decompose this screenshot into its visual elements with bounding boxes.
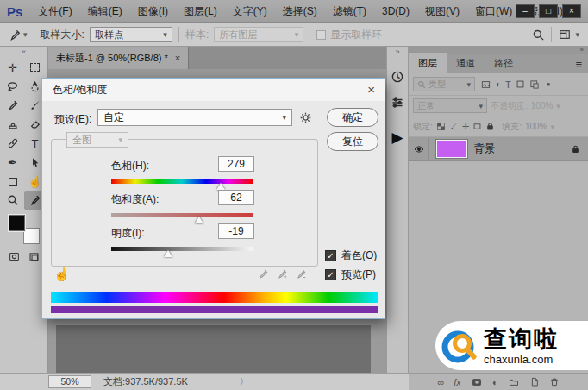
filter-toggle-dot[interactable]: ● bbox=[547, 80, 551, 88]
subtract-sample-eyedropper-icon bbox=[296, 268, 307, 280]
pen-tool[interactable]: ✒ bbox=[2, 153, 24, 172]
document-tab[interactable]: 未标题-1 @ 50%(RGB/8) * × bbox=[48, 47, 189, 69]
delete-layer-icon[interactable] bbox=[549, 376, 560, 387]
history-panel-icon[interactable] bbox=[391, 70, 404, 84]
filter-type-dropdown[interactable]: 类型 ▾ bbox=[413, 77, 475, 91]
background-color-swatch[interactable] bbox=[23, 228, 40, 244]
menu-file[interactable]: 文件(F) bbox=[31, 2, 78, 22]
ok-button[interactable]: 确定 bbox=[327, 108, 378, 127]
add-mask-icon[interactable] bbox=[471, 377, 483, 387]
photoshop-logo: Ps bbox=[7, 4, 22, 19]
lightness-slider[interactable] bbox=[111, 247, 253, 251]
search-icon[interactable] bbox=[532, 28, 545, 41]
dialog-titlebar[interactable]: 色相/饱和度 bbox=[42, 79, 385, 101]
lightness-input[interactable]: -19 bbox=[218, 223, 254, 239]
chevron-down-icon: ▾ bbox=[479, 102, 483, 110]
menu-filter[interactable]: 滤镜(T) bbox=[326, 2, 373, 22]
close-button[interactable]: × bbox=[562, 4, 581, 18]
shape-tool[interactable] bbox=[2, 172, 24, 191]
layer-row-background[interactable]: 背景 bbox=[409, 137, 588, 161]
panel-menu-icon[interactable]: ≡ bbox=[575, 58, 582, 71]
lock-pixels-icon[interactable] bbox=[449, 122, 459, 131]
workspace-switcher-icon[interactable] bbox=[558, 28, 572, 41]
preset-dropdown[interactable]: 自定 ▾ bbox=[97, 109, 292, 126]
properties-panel-icon[interactable] bbox=[391, 96, 404, 110]
adjustment-filter-icon[interactable]: ◐ bbox=[496, 79, 501, 89]
document-tab-title: 未标题-1 @ 50%(RGB/8) * bbox=[56, 52, 168, 65]
menu-window[interactable]: 窗口(W) bbox=[468, 2, 519, 22]
fill-value: 100% bbox=[525, 122, 547, 131]
zoom-tool[interactable] bbox=[2, 191, 24, 210]
menu-3d[interactable]: 3D(D) bbox=[375, 3, 416, 20]
tab-channels[interactable]: 通道 bbox=[447, 53, 485, 73]
eyedropper-tool[interactable] bbox=[2, 96, 24, 115]
maximize-button[interactable]: □ bbox=[539, 4, 558, 18]
eyedropper-icon bbox=[9, 28, 22, 41]
preview-checkbox[interactable]: ✓ 预览(P) bbox=[325, 267, 376, 282]
document-image[interactable] bbox=[56, 325, 371, 373]
new-layer-icon[interactable] bbox=[529, 376, 540, 387]
eye-icon bbox=[413, 144, 425, 154]
menu-type[interactable]: 文字(Y) bbox=[226, 2, 274, 22]
saturation-slider[interactable] bbox=[111, 213, 253, 217]
marquee-tool[interactable] bbox=[24, 58, 47, 77]
zoom-level-field[interactable]: 50% bbox=[48, 375, 91, 388]
saturation-slider-handle[interactable] bbox=[195, 217, 203, 223]
minimize-button[interactable]: – bbox=[516, 4, 535, 18]
reset-button[interactable]: 复位 bbox=[327, 132, 378, 151]
eyedropper-group bbox=[258, 268, 307, 280]
colorize-checkbox[interactable]: ✓ 着色(O) bbox=[325, 248, 377, 263]
hue-input[interactable]: 279 bbox=[218, 156, 254, 172]
type-filter-icon[interactable]: T bbox=[505, 79, 511, 90]
tab-close-icon[interactable]: × bbox=[175, 53, 180, 63]
saturation-input[interactable]: 62 bbox=[218, 190, 254, 205]
lasso-tool[interactable] bbox=[2, 77, 24, 96]
expand-panels-icon[interactable]: » bbox=[387, 47, 408, 58]
collapse-tools-icon[interactable]: « bbox=[0, 47, 47, 58]
healing-brush-tool[interactable] bbox=[2, 134, 24, 153]
preset-options-gear-icon[interactable] bbox=[299, 111, 312, 124]
foreground-color-swatch[interactable] bbox=[9, 215, 25, 231]
lock-artboard-icon[interactable] bbox=[472, 122, 482, 131]
menu-image[interactable]: 图像(I) bbox=[131, 2, 175, 22]
tool-grid: ✛ T ✒ bbox=[0, 58, 47, 210]
link-layers-icon[interactable]: ∞ bbox=[437, 377, 444, 387]
hue-slider-handle[interactable] bbox=[216, 183, 225, 190]
layer-visibility-toggle[interactable] bbox=[409, 137, 429, 160]
hue-slider[interactable] bbox=[111, 179, 253, 184]
pixel-layer-filter-icon[interactable] bbox=[480, 79, 491, 90]
lightness-slider-handle[interactable] bbox=[164, 250, 172, 257]
clone-stamp-tool[interactable] bbox=[2, 115, 24, 134]
lock-transparency-icon[interactable] bbox=[436, 122, 446, 131]
sample-label: 样本: bbox=[185, 28, 209, 42]
quick-mask-icon[interactable] bbox=[8, 251, 21, 262]
adjustment-layer-icon[interactable]: ◐ bbox=[492, 377, 498, 387]
move-tool[interactable]: ✛ bbox=[2, 58, 24, 77]
new-group-icon[interactable] bbox=[508, 377, 520, 387]
blend-mode-row: 正常 ▾ 不透明度: 100% ▾ bbox=[409, 96, 588, 116]
lock-icons: ✛ bbox=[436, 122, 495, 131]
actions-panel-icon[interactable]: ▶ bbox=[391, 129, 403, 147]
sample-size-dropdown[interactable]: 取样点 ▾ bbox=[90, 27, 172, 42]
tab-paths[interactable]: 路径 bbox=[485, 53, 522, 73]
shape-filter-icon[interactable] bbox=[516, 79, 525, 89]
lock-position-icon[interactable]: ✛ bbox=[462, 122, 469, 131]
smart-object-filter-icon[interactable] bbox=[529, 79, 540, 90]
layer-thumbnail[interactable] bbox=[436, 140, 467, 158]
layer-name[interactable]: 背景 bbox=[474, 142, 571, 156]
menu-view[interactable]: 视图(V) bbox=[418, 2, 466, 22]
tool-preset-picker[interactable]: ▾ bbox=[9, 28, 28, 41]
menu-select[interactable]: 选择(S) bbox=[276, 2, 324, 22]
dialog-close-icon[interactable]: × bbox=[367, 82, 375, 97]
tab-layers[interactable]: 图层 bbox=[409, 53, 447, 73]
layer-style-icon[interactable]: fx bbox=[454, 377, 461, 387]
screen-mode-icon[interactable] bbox=[28, 251, 41, 262]
lock-all-icon[interactable] bbox=[485, 122, 495, 131]
status-expand-icon[interactable]: 〉 bbox=[240, 375, 249, 388]
chevron-down-icon: ▾ bbox=[282, 113, 286, 122]
watermark-badge: 查询啦 chaxunla.com bbox=[435, 321, 588, 370]
menu-edit[interactable]: 编辑(E) bbox=[81, 2, 129, 22]
menu-layer[interactable]: 图层(L) bbox=[177, 2, 224, 22]
preset-label: 预设(E): bbox=[54, 112, 91, 127]
watermark-text: 查询啦 chaxunla.com bbox=[484, 326, 559, 366]
